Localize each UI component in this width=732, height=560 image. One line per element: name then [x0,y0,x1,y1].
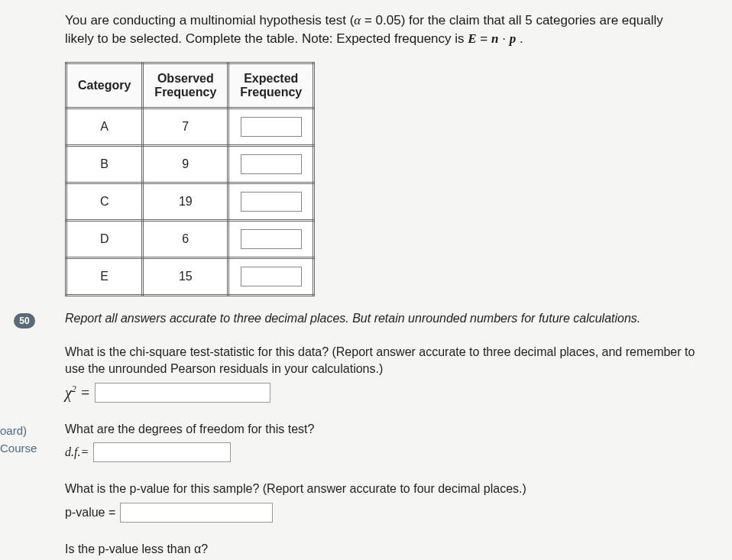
table-row: C 19 [66,183,314,220]
cell-category: B [66,145,143,183]
question-pvalue: What is the p-value for this sample? (Re… [65,481,717,497]
cell-category: D [66,220,143,257]
question-number-badge: 50 [14,313,35,329]
intro-text-2: = 0.05) for the claim that all 5 categor… [361,13,662,28]
cell-observed: 7 [143,108,228,145]
table-header-row: Category ObservedFrequency ExpectedFrequ… [66,63,314,108]
df-answer: d.f.= [65,442,717,462]
table-row: D 6 [66,220,314,257]
header-observed: ObservedFrequency [143,63,228,108]
chi-x: χ [65,384,72,401]
cell-observed: 6 [143,220,228,257]
cell-expected [228,145,314,183]
cell-expected [228,108,314,145]
expected-input-b[interactable] [241,154,302,174]
header-observed-l2: Frequency [154,86,216,99]
cell-expected [228,257,314,295]
df-input[interactable] [93,442,231,462]
cell-expected [228,220,314,257]
intro-text-1: You are conducting a multinomial hypothe… [65,13,354,28]
chi-symbol: χ2 = [65,384,90,402]
header-expected-l1: Expected [244,72,298,85]
header-observed-l1: Observed [157,72,214,85]
chi-square-answer: χ2 = [65,383,717,403]
accuracy-note: Report all answers accurate to three dec… [65,310,717,327]
dot-op: · [498,31,509,46]
header-expected: ExpectedFrequency [228,63,314,108]
E-var: E [468,31,476,46]
chi-square-input[interactable] [95,383,270,403]
alpha-symbol: α [354,13,361,28]
pvalue-answer: p-value = [65,503,717,523]
cell-expected [228,183,314,220]
expected-input-e[interactable] [241,267,302,286]
pvalue-input[interactable] [120,503,273,523]
cell-observed: 19 [143,183,228,220]
question-chi-square: What is the chi-square test-statistic fo… [65,344,717,378]
chi-eq: = [76,384,91,401]
df-label: d.f.= [65,445,89,459]
sidebar-links: oard) Course [0,424,37,459]
table-row: A 7 [66,108,314,145]
expected-input-d[interactable] [241,229,302,249]
pvalue-label: p-value = [65,506,115,520]
header-category: Category [66,63,143,108]
question-df: What are the degrees of freedom for this… [65,421,717,438]
period: . [516,31,523,46]
eq-sign: = [477,31,491,46]
cell-category: A [66,108,143,145]
sidebar-link-board[interactable]: oard) [0,424,37,437]
expected-input-c[interactable] [241,192,302,212]
table-row: B 9 [66,145,314,183]
sidebar-link-course[interactable]: Course [0,442,37,455]
question-content: You are conducting a multinomial hypothe… [0,0,732,560]
frequency-table: Category ObservedFrequency ExpectedFrequ… [65,62,315,296]
cell-observed: 9 [143,145,228,183]
expected-input-a[interactable] [241,117,302,137]
cell-category: E [66,257,143,295]
header-expected-l2: Frequency [240,86,302,99]
question-intro: You are conducting a multinomial hypothe… [65,11,717,48]
question-compare-alpha: Is the p-value less than α? [65,541,717,558]
intro-text-3: likely to be selected. Complete the tabl… [65,31,468,46]
table-row: E 15 [66,257,314,295]
cell-observed: 15 [143,257,228,295]
p-var: p [510,31,517,46]
cell-category: C [66,183,143,220]
